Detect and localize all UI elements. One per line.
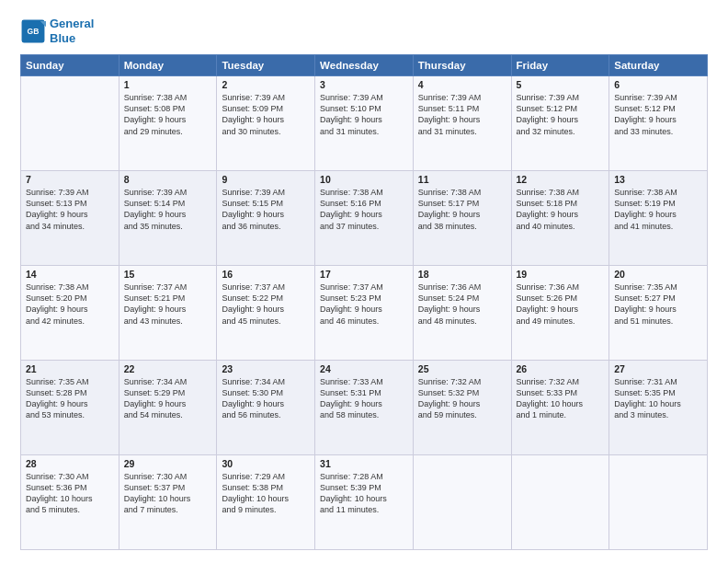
day-number: 28 [26,458,114,469]
day-cell: 19Sunrise: 7:36 AM Sunset: 5:26 PM Dayli… [511,266,609,361]
day-number: 25 [418,363,506,374]
day-info: Sunrise: 7:39 AM Sunset: 5:12 PM Dayligh… [517,92,605,137]
day-info: Sunrise: 7:36 AM Sunset: 5:26 PM Dayligh… [517,282,605,327]
day-cell: 18Sunrise: 7:36 AM Sunset: 5:24 PM Dayli… [413,266,511,361]
calendar-table: SundayMondayTuesdayWednesdayThursdayFrid… [20,54,708,550]
day-cell: 7Sunrise: 7:39 AM Sunset: 5:13 PM Daylig… [21,171,119,266]
day-cell: 6Sunrise: 7:39 AM Sunset: 5:12 PM Daylig… [609,76,708,171]
day-cell: 1Sunrise: 7:38 AM Sunset: 5:08 PM Daylig… [119,76,217,171]
day-number: 18 [418,269,506,280]
weekday-friday: Friday [511,55,609,76]
weekday-thursday: Thursday [413,55,511,76]
day-cell: 3Sunrise: 7:39 AM Sunset: 5:10 PM Daylig… [315,76,414,171]
day-number: 6 [614,79,702,90]
day-cell: 2Sunrise: 7:39 AM Sunset: 5:09 PM Daylig… [217,76,315,171]
day-cell: 13Sunrise: 7:38 AM Sunset: 5:19 PM Dayli… [609,171,708,266]
day-number: 15 [124,269,212,280]
day-info: Sunrise: 7:35 AM Sunset: 5:28 PM Dayligh… [26,376,114,421]
day-number: 4 [418,79,506,90]
day-cell: 16Sunrise: 7:37 AM Sunset: 5:22 PM Dayli… [217,266,315,361]
day-info: Sunrise: 7:29 AM Sunset: 5:38 PM Dayligh… [222,471,310,516]
day-info: Sunrise: 7:32 AM Sunset: 5:32 PM Dayligh… [418,376,506,421]
day-number: 23 [222,363,310,374]
day-number: 11 [418,174,506,185]
day-cell: 10Sunrise: 7:38 AM Sunset: 5:16 PM Dayli… [315,171,414,266]
day-cell: 4Sunrise: 7:39 AM Sunset: 5:11 PM Daylig… [413,76,511,171]
week-row-3: 21Sunrise: 7:35 AM Sunset: 5:28 PM Dayli… [21,361,708,455]
day-info: Sunrise: 7:38 AM Sunset: 5:08 PM Dayligh… [124,92,212,137]
day-number: 24 [320,363,408,374]
day-cell: 21Sunrise: 7:35 AM Sunset: 5:28 PM Dayli… [21,361,119,455]
day-cell [511,455,609,550]
day-number: 17 [320,269,408,280]
day-number: 7 [26,174,114,185]
day-info: Sunrise: 7:33 AM Sunset: 5:31 PM Dayligh… [320,376,408,421]
day-info: Sunrise: 7:28 AM Sunset: 5:39 PM Dayligh… [320,471,408,516]
logo: GB General Blue [20,17,94,45]
day-number: 9 [222,174,310,185]
day-number: 16 [222,269,310,280]
day-number: 27 [614,363,702,374]
logo-text: General Blue [50,17,94,45]
day-number: 21 [26,363,114,374]
day-cell [21,76,119,171]
day-info: Sunrise: 7:39 AM Sunset: 5:14 PM Dayligh… [124,187,212,232]
day-info: Sunrise: 7:36 AM Sunset: 5:24 PM Dayligh… [418,282,506,327]
day-info: Sunrise: 7:39 AM Sunset: 5:12 PM Dayligh… [614,92,702,137]
day-info: Sunrise: 7:37 AM Sunset: 5:21 PM Dayligh… [124,282,212,327]
day-cell: 12Sunrise: 7:38 AM Sunset: 5:18 PM Dayli… [511,171,609,266]
day-info: Sunrise: 7:30 AM Sunset: 5:37 PM Dayligh… [124,471,212,516]
day-number: 8 [124,174,212,185]
day-info: Sunrise: 7:39 AM Sunset: 5:11 PM Dayligh… [418,92,506,137]
week-row-4: 28Sunrise: 7:30 AM Sunset: 5:36 PM Dayli… [21,455,708,550]
day-info: Sunrise: 7:38 AM Sunset: 5:19 PM Dayligh… [614,187,702,232]
day-info: Sunrise: 7:38 AM Sunset: 5:18 PM Dayligh… [517,187,605,232]
week-row-0: 1Sunrise: 7:38 AM Sunset: 5:08 PM Daylig… [21,76,708,171]
day-number: 20 [614,269,702,280]
day-cell: 20Sunrise: 7:35 AM Sunset: 5:27 PM Dayli… [609,266,708,361]
day-number: 1 [124,79,212,90]
day-cell: 8Sunrise: 7:39 AM Sunset: 5:14 PM Daylig… [119,171,217,266]
day-number: 30 [222,458,310,469]
day-cell: 17Sunrise: 7:37 AM Sunset: 5:23 PM Dayli… [315,266,414,361]
day-cell: 15Sunrise: 7:37 AM Sunset: 5:21 PM Dayli… [119,266,217,361]
day-cell: 23Sunrise: 7:34 AM Sunset: 5:30 PM Dayli… [217,361,315,455]
day-info: Sunrise: 7:34 AM Sunset: 5:30 PM Dayligh… [222,376,310,421]
day-number: 14 [26,269,114,280]
day-cell: 14Sunrise: 7:38 AM Sunset: 5:20 PM Dayli… [21,266,119,361]
weekday-wednesday: Wednesday [315,55,414,76]
day-number: 19 [517,269,605,280]
weekday-tuesday: Tuesday [217,55,315,76]
day-info: Sunrise: 7:34 AM Sunset: 5:29 PM Dayligh… [124,376,212,421]
day-number: 12 [517,174,605,185]
day-info: Sunrise: 7:31 AM Sunset: 5:35 PM Dayligh… [614,376,702,421]
day-info: Sunrise: 7:39 AM Sunset: 5:13 PM Dayligh… [26,187,114,232]
day-cell: 31Sunrise: 7:28 AM Sunset: 5:39 PM Dayli… [315,455,414,550]
day-number: 26 [517,363,605,374]
day-info: Sunrise: 7:38 AM Sunset: 5:17 PM Dayligh… [418,187,506,232]
page: GB General Blue SundayMondayTuesdayWedne… [0,0,728,563]
day-number: 22 [124,363,212,374]
header: GB General Blue [20,17,708,45]
day-info: Sunrise: 7:32 AM Sunset: 5:33 PM Dayligh… [517,376,605,421]
week-row-1: 7Sunrise: 7:39 AM Sunset: 5:13 PM Daylig… [21,171,708,266]
day-number: 31 [320,458,408,469]
day-info: Sunrise: 7:30 AM Sunset: 5:36 PM Dayligh… [26,471,114,516]
day-number: 13 [614,174,702,185]
day-info: Sunrise: 7:38 AM Sunset: 5:20 PM Dayligh… [26,282,114,327]
day-cell: 5Sunrise: 7:39 AM Sunset: 5:12 PM Daylig… [511,76,609,171]
day-cell: 24Sunrise: 7:33 AM Sunset: 5:31 PM Dayli… [315,361,414,455]
day-cell: 22Sunrise: 7:34 AM Sunset: 5:29 PM Dayli… [119,361,217,455]
day-cell: 25Sunrise: 7:32 AM Sunset: 5:32 PM Dayli… [413,361,511,455]
day-number: 3 [320,79,408,90]
day-cell [413,455,511,550]
day-cell: 9Sunrise: 7:39 AM Sunset: 5:15 PM Daylig… [217,171,315,266]
day-cell: 28Sunrise: 7:30 AM Sunset: 5:36 PM Dayli… [21,455,119,550]
weekday-header-row: SundayMondayTuesdayWednesdayThursdayFrid… [21,55,708,76]
day-number: 10 [320,174,408,185]
day-number: 2 [222,79,310,90]
day-info: Sunrise: 7:37 AM Sunset: 5:22 PM Dayligh… [222,282,310,327]
logo-icon: GB [20,18,46,44]
day-info: Sunrise: 7:38 AM Sunset: 5:16 PM Dayligh… [320,187,408,232]
day-cell [609,455,708,550]
